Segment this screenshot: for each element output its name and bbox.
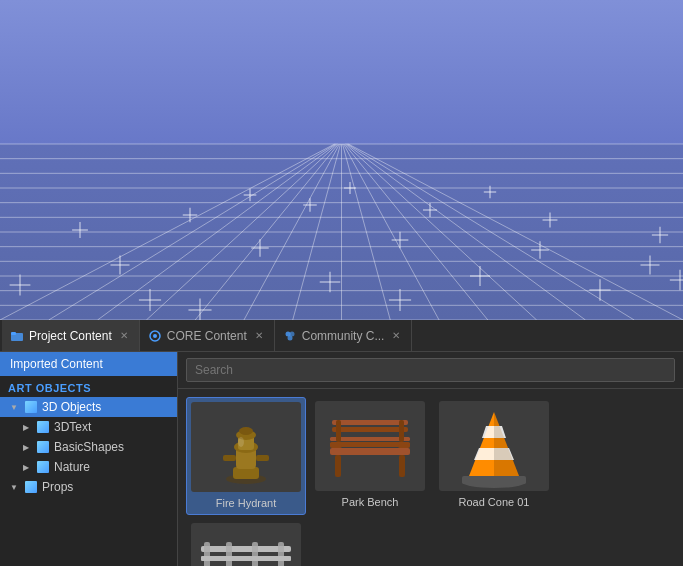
svg-rect-39 bbox=[201, 556, 291, 561]
tree-item-nature[interactable]: ▶ Nature bbox=[0, 457, 177, 477]
svg-rect-23 bbox=[399, 455, 405, 477]
arrow-3dtext: ▶ bbox=[20, 421, 32, 433]
imported-content-button[interactable]: Imported Content bbox=[0, 352, 177, 376]
tab-core-content-close[interactable]: ✕ bbox=[252, 329, 266, 343]
arrow-props: ▼ bbox=[8, 481, 20, 493]
svg-rect-1 bbox=[11, 332, 16, 335]
tab-community-content-close[interactable]: ✕ bbox=[389, 329, 403, 343]
tree-item-3dobjects-label: 3D Objects bbox=[42, 400, 101, 414]
cube-basicshapes-icon bbox=[36, 440, 50, 454]
svg-rect-18 bbox=[330, 442, 410, 447]
bottom-panel: Imported Content ART OBJECTS ▼ 3D Object… bbox=[0, 352, 683, 566]
list-item-road-cone[interactable]: Road Cone 01 bbox=[434, 397, 554, 515]
svg-rect-25 bbox=[399, 420, 404, 442]
community-icon bbox=[283, 329, 297, 343]
art-objects-label: ART OBJECTS bbox=[0, 376, 177, 397]
folder-icon bbox=[10, 329, 24, 343]
cube-3dobjects-icon bbox=[24, 400, 38, 414]
main-content: Fire Hydrant bbox=[178, 352, 683, 566]
park-bench-thumbnail bbox=[315, 401, 425, 491]
tree-item-props-label: Props bbox=[42, 480, 73, 494]
svg-rect-17 bbox=[330, 448, 410, 455]
content-grid: Fire Hydrant bbox=[178, 389, 683, 566]
svg-rect-22 bbox=[335, 455, 341, 477]
svg-rect-20 bbox=[332, 420, 408, 425]
fire-hydrant-label: Fire Hydrant bbox=[216, 496, 277, 510]
svg-rect-19 bbox=[330, 437, 410, 441]
tree-item-basicshapes[interactable]: ▶ BasicShapes bbox=[0, 437, 177, 457]
svg-rect-35 bbox=[204, 542, 210, 566]
tree-item-basicshapes-label: BasicShapes bbox=[54, 440, 124, 454]
list-item-park-bench[interactable]: Park Bench bbox=[310, 397, 430, 515]
tab-core-content-label: CORE Content bbox=[167, 329, 247, 343]
tree-item-3dobjects[interactable]: ▼ 3D Objects bbox=[0, 397, 177, 417]
tab-core-content[interactable]: CORE Content ✕ bbox=[140, 320, 275, 351]
svg-rect-14 bbox=[223, 455, 236, 461]
tree-item-props[interactable]: ▼ Props bbox=[0, 477, 177, 497]
svg-rect-29 bbox=[462, 476, 526, 484]
tree-item-3dtext-label: 3DText bbox=[54, 420, 91, 434]
street-barrier-thumbnail bbox=[191, 523, 301, 566]
search-input[interactable] bbox=[186, 358, 675, 382]
cube-3dtext-icon bbox=[36, 420, 50, 434]
cube-nature-icon bbox=[36, 460, 50, 474]
fire-hydrant-thumbnail bbox=[191, 402, 301, 492]
sidebar: Imported Content ART OBJECTS ▼ 3D Object… bbox=[0, 352, 178, 566]
svg-point-3 bbox=[153, 334, 157, 338]
arrow-basicshapes: ▶ bbox=[20, 441, 32, 453]
arrow-nature: ▶ bbox=[20, 461, 32, 473]
cube-props-icon bbox=[24, 480, 38, 494]
tab-project-content[interactable]: Project Content ✕ bbox=[2, 320, 140, 351]
3d-viewport bbox=[0, 0, 683, 320]
svg-rect-27 bbox=[398, 444, 410, 448]
tab-bar: Project Content ✕ CORE Content ✕ Communi… bbox=[0, 320, 683, 352]
svg-marker-33 bbox=[494, 412, 519, 476]
tab-project-content-close[interactable]: ✕ bbox=[117, 329, 131, 343]
svg-rect-45 bbox=[201, 546, 291, 552]
svg-rect-37 bbox=[252, 542, 258, 566]
tree-item-3dtext[interactable]: ▶ 3DText bbox=[0, 417, 177, 437]
road-cone-label: Road Cone 01 bbox=[459, 495, 530, 509]
svg-rect-21 bbox=[332, 427, 408, 432]
svg-rect-15 bbox=[256, 455, 269, 461]
park-bench-label: Park Bench bbox=[342, 495, 399, 509]
tab-project-content-label: Project Content bbox=[29, 329, 112, 343]
svg-rect-36 bbox=[226, 542, 232, 566]
svg-rect-26 bbox=[330, 444, 342, 448]
tab-community-content[interactable]: Community C... ✕ bbox=[275, 320, 413, 351]
svg-point-16 bbox=[238, 437, 244, 447]
tree-item-nature-label: Nature bbox=[54, 460, 90, 474]
svg-point-6 bbox=[287, 335, 292, 340]
search-bar bbox=[178, 352, 683, 389]
svg-rect-38 bbox=[278, 542, 284, 566]
list-item-street-barrier[interactable]: Street Ba... Pedes... bbox=[186, 519, 306, 566]
tab-community-content-label: Community C... bbox=[302, 329, 385, 343]
core-icon bbox=[148, 329, 162, 343]
svg-rect-24 bbox=[336, 420, 341, 442]
road-cone-thumbnail bbox=[439, 401, 549, 491]
arrow-3dobjects: ▼ bbox=[8, 401, 20, 413]
list-item-fire-hydrant[interactable]: Fire Hydrant bbox=[186, 397, 306, 515]
svg-point-13 bbox=[239, 427, 253, 435]
